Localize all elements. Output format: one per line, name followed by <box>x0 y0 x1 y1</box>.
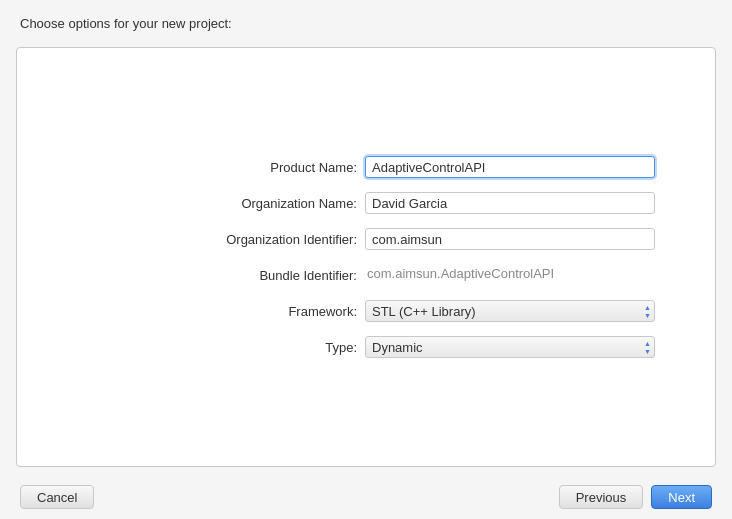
product-name-input[interactable] <box>365 156 655 178</box>
org-name-input[interactable] <box>365 192 655 214</box>
type-label: Type: <box>187 340 357 355</box>
org-id-input[interactable] <box>365 228 655 250</box>
org-id-label: Organization Identifier: <box>187 232 357 247</box>
type-select[interactable]: Dynamic Static <box>365 336 655 358</box>
product-name-label: Product Name: <box>187 160 357 175</box>
dialog: Choose options for your new project: Pro… <box>0 0 732 519</box>
form-container: Product Name: Organization Name: Organiz… <box>17 136 715 378</box>
dialog-footer: Cancel Previous Next <box>0 475 732 519</box>
next-button[interactable]: Next <box>651 485 712 509</box>
type-row: Type: Dynamic Static <box>77 336 655 358</box>
framework-row: Framework: STL (C++ Library) None <box>77 300 655 322</box>
bundle-id-row: Bundle Identifier: com.aimsun.AdaptiveCo… <box>77 264 655 286</box>
type-select-wrapper: Dynamic Static <box>365 336 655 358</box>
org-name-row: Organization Name: <box>77 192 655 214</box>
footer-right-buttons: Previous Next <box>559 485 712 509</box>
dialog-content: Product Name: Organization Name: Organiz… <box>16 47 716 467</box>
product-name-row: Product Name: <box>77 156 655 178</box>
dialog-header: Choose options for your new project: <box>0 0 732 39</box>
previous-button[interactable]: Previous <box>559 485 644 509</box>
bundle-id-value: com.aimsun.AdaptiveControlAPI <box>365 264 655 286</box>
bundle-id-label: Bundle Identifier: <box>187 268 357 283</box>
org-name-label: Organization Name: <box>187 196 357 211</box>
cancel-button[interactable]: Cancel <box>20 485 94 509</box>
dialog-title: Choose options for your new project: <box>20 16 232 31</box>
framework-label: Framework: <box>187 304 357 319</box>
org-id-row: Organization Identifier: <box>77 228 655 250</box>
framework-select[interactable]: STL (C++ Library) None <box>365 300 655 322</box>
framework-select-wrapper: STL (C++ Library) None <box>365 300 655 322</box>
